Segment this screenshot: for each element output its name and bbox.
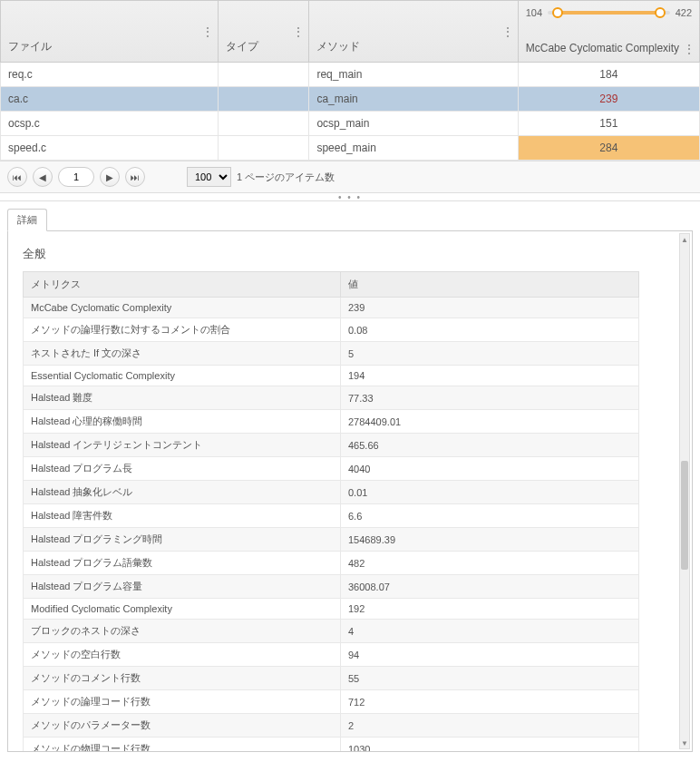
last-page-button[interactable]: ⏭	[125, 167, 145, 187]
metric-name: Halstead インテリジェントコンテント	[24, 434, 341, 457]
metric-value: 6.6	[341, 504, 639, 528]
metric-name: Halstead 心理的稼働時間	[24, 410, 341, 434]
metric-value: 55	[341, 667, 639, 690]
metrics-row: メソッドの論理コード行数712	[24, 690, 639, 714]
col-header-file-label: ファイル	[8, 39, 52, 54]
table-row[interactable]: ca.cca_main239	[1, 87, 700, 112]
slider-min: 104	[526, 7, 542, 18]
metric-value: 482	[341, 552, 639, 575]
metrics-row: メソッドの空白行数94	[24, 643, 639, 667]
cell-metric: 284	[518, 136, 699, 161]
prev-page-button[interactable]: ◀	[33, 167, 53, 187]
metrics-row: Halstead 心理的稼働時間2784409.01	[24, 410, 639, 434]
metrics-col-value[interactable]: 値	[341, 272, 639, 298]
col-header-complexity[interactable]: 104 422 McCabe Cyclomatic Complexity ⋮	[518, 1, 699, 63]
tab-details[interactable]: 詳細	[7, 209, 47, 231]
metrics-row: Halstead インテリジェントコンテント465.66	[24, 434, 639, 457]
metric-value: 465.66	[341, 434, 639, 457]
metrics-row: Halstead プログラム容量36008.07	[24, 575, 639, 599]
metric-value: 0.08	[341, 318, 639, 342]
metric-name: ブロックのネストの深さ	[24, 620, 341, 643]
metric-value: 0.01	[341, 481, 639, 504]
metric-value: 5	[341, 342, 639, 366]
metrics-row: メソッドの論理行数に対するコメントの割合0.08	[24, 318, 639, 342]
metric-name: メソッドのパラメーター数	[24, 714, 341, 738]
metrics-col-name[interactable]: メトリクス	[24, 272, 341, 298]
metric-value: 192	[341, 599, 639, 620]
metric-value: 194	[341, 366, 639, 386]
slider-max: 422	[676, 7, 692, 18]
cell-type	[219, 136, 309, 161]
metric-name: Halstead 難度	[24, 386, 341, 410]
range-slider[interactable]: 104 422	[519, 1, 699, 24]
metric-value: 712	[341, 690, 639, 714]
metric-name: メソッドの物理コード行数	[24, 738, 341, 753]
cell-file: ocsp.c	[1, 112, 219, 136]
metrics-row: メソッドのパラメーター数2	[24, 714, 639, 738]
table-row[interactable]: ocsp.cocsp_main151	[1, 112, 700, 136]
pane-splitter[interactable]: • • •	[0, 192, 700, 201]
cell-type	[219, 63, 309, 87]
metric-name: ネストされた If 文の深さ	[24, 342, 341, 366]
metric-name: メソッドの論理コード行数	[24, 690, 341, 714]
page-input[interactable]	[58, 167, 94, 187]
metric-value: 94	[341, 643, 639, 667]
page-size-select[interactable]: 100	[187, 167, 231, 187]
col-header-file[interactable]: ファイル ⋮	[1, 1, 219, 63]
first-page-button[interactable]: ⏮	[7, 167, 27, 187]
metric-value: 77.33	[341, 386, 639, 410]
metrics-row: Essential Cyclomatic Complexity194	[24, 366, 639, 386]
details-panel: 詳細 全般 メトリクス 値 McCabe Cyclomatic Complexi…	[0, 201, 700, 752]
section-title-general: 全般	[23, 246, 677, 262]
scroll-thumb[interactable]	[681, 461, 688, 570]
metric-value: 2784409.01	[341, 410, 639, 434]
metric-name: Halstead 抽象化レベル	[24, 481, 341, 504]
data-grid: ファイル ⋮ タイプ ⋮ メソッド ⋮ 104	[0, 0, 700, 161]
col-menu-icon[interactable]: ⋮	[501, 24, 514, 39]
next-page-button[interactable]: ▶	[100, 167, 120, 187]
metric-name: McCabe Cyclomatic Complexity	[24, 298, 341, 318]
metric-name: Halstead プログラム容量	[24, 575, 341, 599]
cell-metric: 184	[518, 63, 699, 87]
metrics-row: ブロックのネストの深さ4	[24, 620, 639, 643]
metric-value: 4	[341, 620, 639, 643]
metric-name: Halstead 障害件数	[24, 504, 341, 528]
paginator: ⏮ ◀ ▶ ⏭ 100 1 ページのアイテム数	[0, 161, 700, 192]
metrics-row: ネストされた If 文の深さ5	[24, 342, 639, 366]
metric-value: 154689.39	[341, 528, 639, 552]
slider-thumb-min[interactable]	[552, 7, 563, 18]
metrics-row: メソッドのコメント行数55	[24, 667, 639, 690]
metric-value: 4040	[341, 457, 639, 481]
scroll-up-icon[interactable]: ▲	[680, 234, 689, 245]
metrics-row: Halstead プログラミング時間154689.39	[24, 528, 639, 552]
metrics-table: メトリクス 値 McCabe Cyclomatic Complexity239メ…	[23, 271, 639, 752]
metric-name: メソッドのコメント行数	[24, 667, 341, 690]
metrics-row: Halstead 障害件数6.6	[24, 504, 639, 528]
metrics-row: Halstead 難度77.33	[24, 386, 639, 410]
table-row[interactable]: speed.cspeed_main284	[1, 136, 700, 161]
col-menu-icon[interactable]: ⋮	[201, 24, 214, 39]
col-header-complexity-label: McCabe Cyclomatic Complexity	[526, 42, 679, 54]
slider-track[interactable]	[548, 11, 670, 15]
metric-name: メソッドの論理行数に対するコメントの割合	[24, 318, 341, 342]
slider-thumb-max[interactable]	[655, 7, 666, 18]
col-header-type[interactable]: タイプ ⋮	[219, 1, 309, 63]
vertical-scrollbar[interactable]: ▲ ▼	[679, 233, 690, 749]
col-header-type-label: タイプ	[226, 39, 258, 54]
col-header-method-label: メソッド	[316, 39, 360, 54]
scroll-down-icon[interactable]: ▼	[680, 738, 689, 748]
metrics-row: McCabe Cyclomatic Complexity239	[24, 298, 639, 318]
metric-name: Halstead プログラム長	[24, 457, 341, 481]
col-menu-icon[interactable]: ⋮	[683, 42, 695, 56]
cell-type	[219, 87, 309, 112]
metric-value: 239	[341, 298, 639, 318]
cell-file: ca.c	[1, 87, 219, 112]
table-row[interactable]: req.creq_main184	[1, 63, 700, 87]
col-menu-icon[interactable]: ⋮	[292, 24, 305, 39]
col-header-method[interactable]: メソッド ⋮	[309, 1, 518, 63]
cell-file: speed.c	[1, 136, 219, 161]
metric-name: Modified Cyclomatic Complexity	[24, 599, 341, 620]
metrics-row: Halstead プログラム語彙数482	[24, 552, 639, 575]
metric-name: Halstead プログラミング時間	[24, 528, 341, 552]
metrics-row: Modified Cyclomatic Complexity192	[24, 599, 639, 620]
